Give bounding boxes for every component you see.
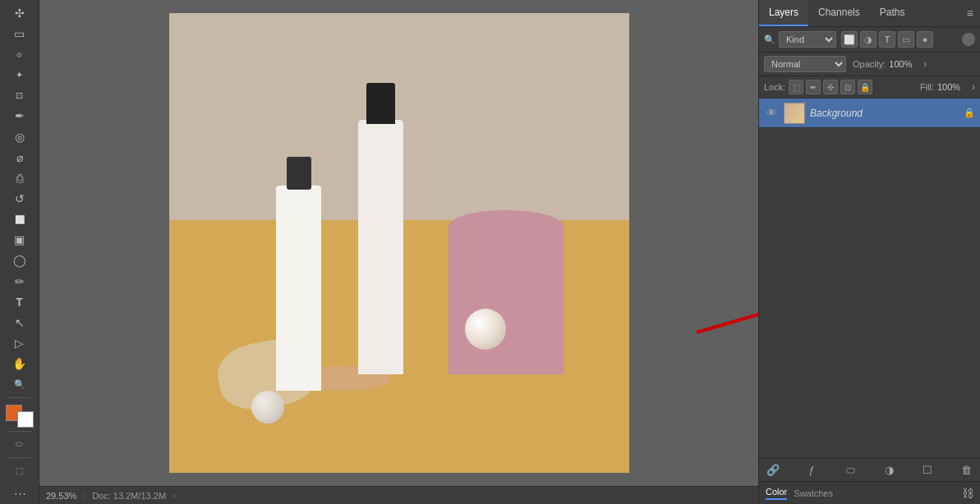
tool-clone[interactable]: ⎙ — [8, 168, 31, 187]
red-arrow — [680, 291, 758, 341]
lock-row: Lock: ⬚ ✒ ✣ ⊡ 🔒 Fill: 100% › — [759, 76, 980, 99]
tool-gradient[interactable]: ▣ — [8, 231, 31, 250]
layer-thumb-inner — [784, 103, 804, 123]
tool-more[interactable]: … — [8, 482, 31, 501]
new-fill-layer-btn[interactable]: ◑ — [880, 461, 898, 479]
tool-screen-mode[interactable]: ⬚ — [8, 461, 31, 480]
filter-shape-icon[interactable]: ▭ — [898, 31, 914, 48]
lock-transparent-btn[interactable]: ⬚ — [789, 80, 803, 94]
tool-brush[interactable]: ⌀ — [8, 148, 31, 167]
bottom-panel: Color Swatches ⛓ — [759, 481, 980, 504]
new-layer-btn[interactable]: ☐ — [918, 461, 936, 479]
tool-quick-mask[interactable]: ⬭ — [8, 435, 31, 454]
color-swatches[interactable] — [6, 405, 34, 428]
tool-eyedropper[interactable]: ✒ — [8, 107, 31, 126]
filter-adjust-icon[interactable]: ◑ — [860, 31, 876, 48]
filter-text-icon[interactable]: T — [879, 31, 895, 48]
tool-crop[interactable]: ⊡ — [8, 86, 31, 105]
doc-size: Doc: 13.2M/13.2M — [92, 491, 166, 501]
tool-zoom[interactable]: 🔍 — [8, 375, 31, 394]
fill-value[interactable]: 100% — [937, 82, 968, 92]
canvas-image — [169, 13, 629, 473]
layer-visibility-icon[interactable]: 👁 — [764, 106, 779, 121]
bottle-spray — [276, 186, 321, 391]
tool-separator — [8, 397, 31, 398]
canvas-wrapper: Layer from Background... Duplicate Layer… — [39, 0, 758, 504]
filter-pixel-icon[interactable]: ⬜ — [841, 31, 858, 48]
tool-hand[interactable]: ✋ — [8, 355, 31, 373]
blend-mode-select[interactable]: Normal — [764, 56, 846, 72]
tool-eraser[interactable]: ⬜ — [8, 210, 31, 229]
lock-all-btn[interactable]: 🔒 — [858, 80, 872, 94]
lock-icons: ⬚ ✒ ✣ ⊡ 🔒 — [789, 80, 872, 94]
bottle-spray-cap — [287, 157, 311, 190]
canvas-area: Layer from Background... Duplicate Layer… — [39, 0, 758, 486]
tool-text[interactable]: T — [8, 292, 31, 311]
lock-paint-btn[interactable]: ✒ — [806, 80, 821, 94]
tool-magic-wand[interactable]: ✦ — [8, 65, 31, 84]
svg-line-1 — [697, 304, 758, 332]
delete-layer-btn[interactable]: 🗑 — [957, 461, 975, 479]
layer-lock-icon: 🔒 — [964, 108, 975, 118]
bottle-tall — [358, 120, 403, 374]
layer-thumbnail — [784, 103, 805, 124]
add-mask-btn[interactable]: ⬭ — [841, 461, 859, 479]
opacity-arrow[interactable]: › — [923, 58, 927, 70]
tool-separator3 — [8, 457, 31, 458]
layer-panel-bottom: 🔗 ƒ ⬭ ◑ ☐ 🗑 — [759, 458, 980, 481]
tool-select-rect[interactable]: ▭ — [8, 24, 31, 43]
tab-swatches[interactable]: Swatches — [794, 488, 833, 498]
status-bar: 29.53% | Doc: 13.2M/13.2M › — [39, 486, 758, 504]
tool-separator2 — [8, 431, 31, 432]
zoom-level: 29.53% — [46, 491, 76, 501]
fill-arrow[interactable]: › — [972, 81, 975, 93]
pink-cylinder — [449, 210, 564, 374]
tool-pen[interactable]: ✏ — [8, 272, 31, 291]
small-ball — [251, 391, 284, 424]
filter-icons: ⬜ ◑ T ▭ ● — [841, 31, 933, 48]
glass-ball — [465, 309, 506, 350]
bottle-tall-cap — [366, 83, 395, 124]
status-sep: | — [83, 491, 85, 501]
tool-healing[interactable]: ◎ — [8, 127, 31, 146]
tab-paths[interactable]: Paths — [870, 0, 915, 26]
tool-history[interactable]: ↺ — [8, 189, 31, 208]
layers-panel-tabs: Layers Channels Paths ≡ — [759, 0, 980, 27]
tool-move[interactable]: ✣ — [8, 3, 31, 22]
filter-kind-select[interactable]: Kind — [779, 31, 836, 48]
layers-panel-menu-icon[interactable]: ≡ — [967, 7, 973, 20]
layer-list: 👁 Background 🔒 — [759, 99, 980, 458]
layer-name: Background — [810, 108, 959, 119]
opacity-value[interactable]: 100% — [889, 59, 920, 69]
add-layer-style-btn[interactable]: ƒ — [803, 461, 821, 479]
filter-smart-icon[interactable]: ● — [917, 31, 933, 48]
lock-label: Lock: — [764, 82, 785, 92]
search-icon: 🔍 — [764, 34, 775, 45]
tab-channels[interactable]: Channels — [808, 0, 870, 26]
filter-toggle[interactable] — [962, 33, 975, 46]
tool-dodge[interactable]: ◯ — [8, 251, 31, 270]
right-panel: Layers Channels Paths ≡ 🔍 Kind ⬜ ◑ T ▭ ●… — [758, 0, 980, 504]
tool-path-select[interactable]: ↖ — [8, 313, 31, 332]
background-color[interactable] — [17, 411, 34, 428]
layer-item-background[interactable]: 👁 Background 🔒 — [759, 99, 980, 128]
link-layers-btn[interactable]: 🔗 — [764, 461, 782, 479]
lock-position-btn[interactable]: ✣ — [823, 80, 838, 94]
layers-filter-bar: 🔍 Kind ⬜ ◑ T ▭ ● — [759, 27, 980, 53]
tab-color[interactable]: Color — [766, 487, 787, 500]
opacity-label: Opacity: — [853, 59, 886, 69]
fill-label: Fill: — [920, 82, 934, 92]
tool-shape[interactable]: ▷ — [8, 334, 31, 353]
tool-lasso[interactable]: ⌾ — [8, 44, 31, 63]
panel-link-icon[interactable]: ⛓ — [962, 487, 973, 500]
lock-artboard-btn[interactable]: ⊡ — [840, 80, 855, 94]
left-toolbar: ✣ ▭ ⌾ ✦ ⊡ ✒ ◎ ⌀ ⎙ ↺ ⬜ ▣ ◯ ✏ T ↖ ▷ ✋ 🔍 ⬭ … — [0, 0, 39, 504]
status-expand-arrow[interactable]: › — [173, 491, 176, 501]
blend-mode-row: Normal Opacity: 100% › — [759, 53, 980, 76]
tab-layers[interactable]: Layers — [759, 0, 808, 26]
